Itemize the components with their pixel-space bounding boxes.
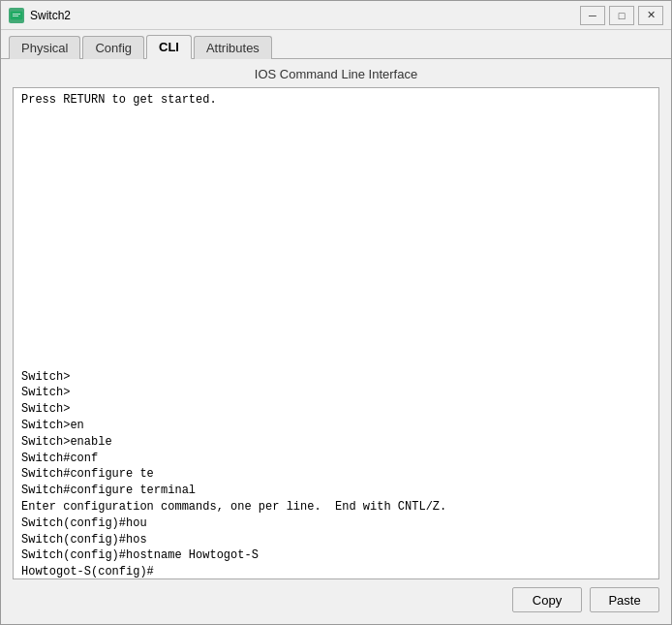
svg-rect-2 <box>13 16 18 16</box>
tab-attributes[interactable]: Attributes <box>194 36 272 59</box>
copy-button[interactable]: Copy <box>512 587 582 612</box>
app-icon <box>9 8 24 23</box>
svg-rect-1 <box>13 14 20 15</box>
close-button[interactable]: ✕ <box>638 6 663 25</box>
title-bar: Switch2 ─ □ ✕ <box>1 1 671 30</box>
content-area: IOS Command Line Interface Press RETURN … <box>1 59 671 624</box>
paste-button[interactable]: Paste <box>590 587 659 612</box>
tab-config[interactable]: Config <box>82 36 144 59</box>
window-title: Switch2 <box>30 9 71 22</box>
tab-bar: Physical Config CLI Attributes <box>1 30 671 59</box>
tab-cli[interactable]: CLI <box>146 35 192 59</box>
title-bar-left: Switch2 <box>9 8 71 23</box>
section-title: IOS Command Line Interface <box>13 67 659 81</box>
window-controls: ─ □ ✕ <box>580 6 663 25</box>
minimize-button[interactable]: ─ <box>580 6 605 25</box>
terminal-output[interactable]: Press RETURN to get started. Switch> Swi… <box>14 88 658 578</box>
maximize-button[interactable]: □ <box>609 6 634 25</box>
tab-physical[interactable]: Physical <box>9 36 80 59</box>
button-row: Copy Paste <box>13 579 659 616</box>
window: Switch2 ─ □ ✕ Physical Config CLI Attrib… <box>0 0 672 625</box>
terminal-container: Press RETURN to get started. Switch> Swi… <box>13 87 659 579</box>
